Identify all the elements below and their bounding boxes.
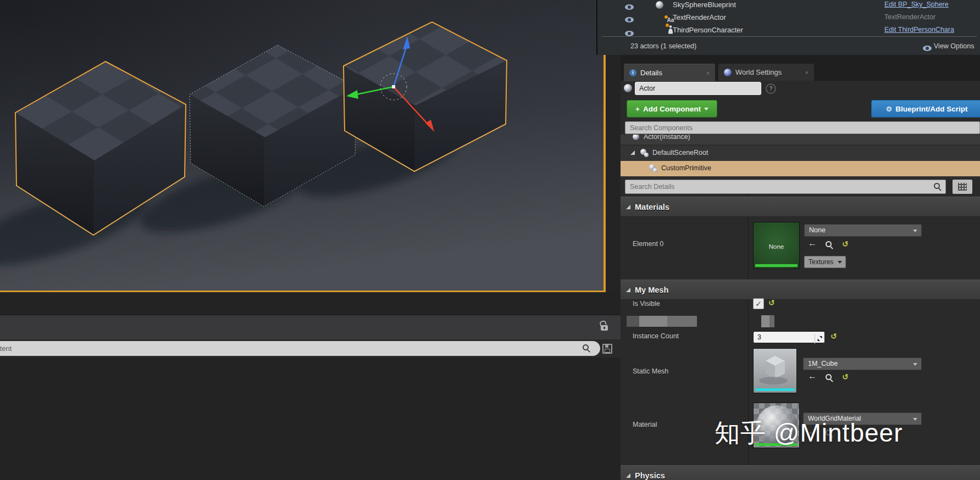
- tree-row-default-scene-root[interactable]: DefaultSceneRoot: [621, 146, 980, 160]
- tree-item-label: DefaultSceneRoot: [652, 149, 708, 157]
- actor-instance-icon: [633, 135, 639, 140]
- expander-icon: [626, 288, 630, 292]
- watermark: 知乎 @Mintbeer: [715, 416, 903, 450]
- gear-icon: ⚙: [886, 105, 893, 113]
- outliner-row-skysphere[interactable]: SkySphereBlueprint Edit BP_Sky_Sphere: [597, 0, 980, 11]
- static-mesh-dropdown[interactable]: 1M_Cube: [803, 358, 922, 370]
- material-label: Material: [633, 421, 657, 428]
- content-browser-search-row: [0, 339, 621, 358]
- scene-component-icon: [649, 164, 658, 172]
- tab-world-settings[interactable]: World Settings ×: [718, 64, 814, 81]
- blueprint-add-script-button[interactable]: ⚙ Blueprint/Add Script: [871, 100, 980, 118]
- gizmo-origin[interactable]: [392, 85, 395, 88]
- unreal-editor-screen: Drop files here or right click to create…: [0, 0, 980, 480]
- chevron-down-icon: [838, 261, 842, 264]
- instance-count-input[interactable]: [754, 332, 812, 343]
- textures-dropdown[interactable]: Textures: [804, 256, 846, 268]
- outliner-row-textrender[interactable]: Aa TextRenderActor TextRenderActor: [597, 12, 980, 24]
- tree-row-custom-primitive-selected[interactable]: CustomPrimitive: [621, 161, 980, 176]
- content-browser-asset-area[interactable]: Drop files here or right click to create…: [0, 358, 621, 480]
- chevron-down-icon: [913, 363, 917, 366]
- outliner-separator: [602, 36, 977, 37]
- browse-to-asset-icon[interactable]: [826, 241, 833, 249]
- view-options-button[interactable]: View Options: [934, 42, 974, 50]
- panel-tab-bar: i Details × World Settings ×: [621, 55, 980, 81]
- section-header-my-mesh[interactable]: My Mesh: [621, 280, 980, 300]
- section-title: Materials: [635, 203, 669, 211]
- search-icon: [583, 344, 590, 352]
- search-components-input[interactable]: [625, 121, 980, 134]
- reset-to-default-icon[interactable]: ↺: [768, 299, 775, 306]
- help-icon[interactable]: ?: [766, 83, 776, 94]
- expander-icon[interactable]: [630, 150, 635, 155]
- sphere-actor-icon: [656, 1, 663, 9]
- edit-blueprint-link[interactable]: Edit ThirdPersonChara: [884, 26, 954, 34]
- add-component-label: Add Component: [643, 105, 701, 113]
- material-select-dropdown[interactable]: None: [804, 224, 922, 237]
- tree-item-label: CustomPrimitive: [661, 164, 711, 172]
- chevron-down-icon: [913, 230, 917, 232]
- is-visible-checkbox[interactable]: ✓: [753, 298, 764, 309]
- content-search-input[interactable]: [0, 341, 600, 356]
- actor-name[interactable]: ThirdPersonCharacter: [673, 26, 743, 34]
- dropdown-value: None: [809, 226, 826, 234]
- expander-icon: [626, 205, 630, 209]
- content-browser: Drop files here or right click to create…: [0, 292, 621, 480]
- lock-icon[interactable]: [601, 325, 608, 331]
- instance-count-spinbox[interactable]: [753, 331, 825, 343]
- scene-component-icon: [640, 149, 649, 157]
- section-header-materials[interactable]: Materials: [621, 197, 980, 217]
- asset-color-bar: [755, 388, 795, 391]
- view-options-eye-icon[interactable]: [923, 46, 932, 51]
- element0-label: Element 0: [633, 240, 663, 248]
- outliner-row-thirdperson[interactable]: ThirdPersonCharacter Edit ThirdPersonCha…: [597, 24, 980, 36]
- world-settings-tab-icon: [724, 69, 732, 76]
- actor-count-status: 23 actors (1 selected): [630, 42, 696, 50]
- edit-blueprint-link[interactable]: Edit BP_Sky_Sphere: [884, 1, 949, 8]
- save-search-icon[interactable]: [602, 344, 612, 354]
- drag-value-icon[interactable]: [815, 334, 823, 344]
- search-details-input[interactable]: [625, 180, 946, 194]
- section-title: Physics: [635, 471, 665, 480]
- tree-row-actor-instance[interactable]: Actor(Instance): [621, 135, 980, 144]
- browse-to-asset-icon[interactable]: [826, 374, 833, 382]
- actor-name-input[interactable]: [635, 82, 761, 95]
- actor-type-label: TextRenderActor: [884, 13, 935, 21]
- material-none-thumbnail[interactable]: None: [753, 222, 800, 269]
- use-selected-asset-icon[interactable]: ←: [808, 372, 817, 381]
- close-icon[interactable]: ×: [706, 70, 710, 76]
- components-tree: Actor(Instance) DefaultSceneRoot CustomP…: [621, 135, 980, 178]
- reset-to-default-icon[interactable]: ↺: [842, 373, 849, 381]
- blueprint-add-script-label: Blueprint/Add Script: [895, 105, 967, 113]
- tab-details[interactable]: i Details ×: [624, 64, 715, 81]
- expander-icon: [626, 473, 630, 478]
- visibility-eye-icon[interactable]: [625, 17, 634, 23]
- close-icon[interactable]: ×: [805, 69, 809, 76]
- add-component-button[interactable]: + Add Component: [627, 100, 717, 118]
- chevron-down-icon: [913, 418, 917, 421]
- search-icon: [934, 183, 942, 191]
- is-visible-label: Is Visible: [633, 300, 660, 308]
- actor-name[interactable]: SkySphereBlueprint: [673, 1, 736, 9]
- section-title: My Mesh: [635, 286, 668, 294]
- world-outliner: SkySphereBlueprint Edit BP_Sky_Sphere Aa…: [596, 0, 980, 55]
- reset-to-default-icon[interactable]: ↺: [842, 240, 849, 248]
- visibility-eye-icon[interactable]: [625, 31, 634, 36]
- static-mesh-thumbnail[interactable]: [753, 348, 797, 393]
- tab-label: Details: [640, 69, 662, 77]
- dropdown-label: Textures: [809, 258, 833, 266]
- section-header-physics[interactable]: Physics: [621, 465, 980, 480]
- grid-view-icon: [958, 183, 967, 191]
- static-mesh-label: Static Mesh: [633, 367, 668, 375]
- use-selected-asset-icon[interactable]: ←: [808, 239, 817, 248]
- viewport-active-border-bottom: [0, 291, 606, 292]
- outliner-footer: 23 actors (1 selected) View Options: [597, 37, 980, 55]
- reset-to-default-icon[interactable]: ↺: [830, 332, 837, 340]
- dropdown-value: 1M_Cube: [808, 360, 838, 367]
- actor-icon: [624, 84, 632, 92]
- actor-name[interactable]: TextRenderActor: [673, 13, 726, 21]
- display-mode-button[interactable]: [953, 180, 972, 194]
- thumbnail-label: None: [754, 243, 799, 250]
- visibility-eye-icon[interactable]: [625, 4, 634, 10]
- viewport[interactable]: [0, 0, 603, 291]
